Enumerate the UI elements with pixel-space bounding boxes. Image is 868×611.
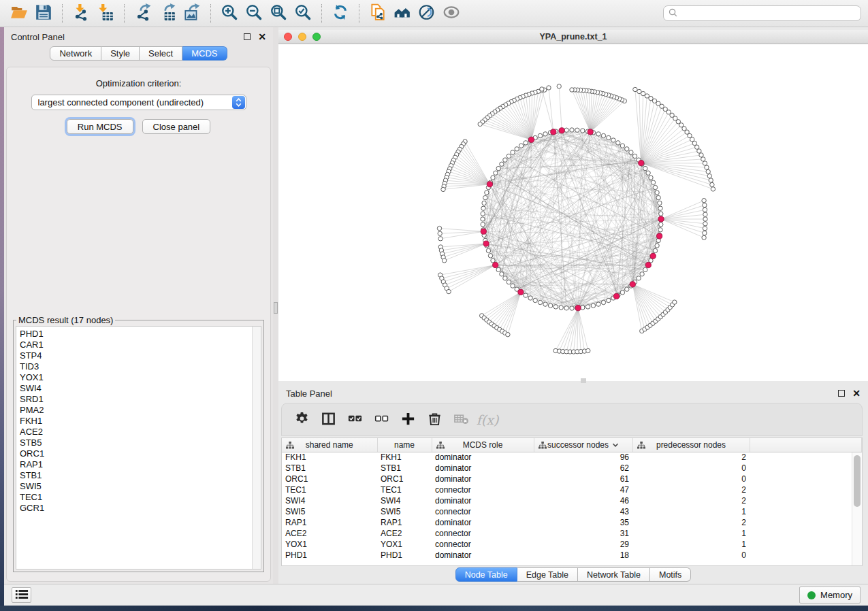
mcds-result-item[interactable]: TEC1: [20, 492, 261, 503]
mcds-result-list[interactable]: PHD1CAR1STP4TID3YOX1SWI4SRD1PMA2FKH1ACE2…: [16, 326, 261, 569]
run-mcds-button[interactable]: Run MCDS: [67, 119, 133, 134]
import-network-button[interactable]: [69, 3, 93, 24]
table-tab-motifs[interactable]: Motifs: [650, 567, 691, 582]
sort-desc-icon[interactable]: [612, 440, 619, 450]
float-table-panel-icon[interactable]: [838, 390, 845, 397]
table-row[interactable]: YOX1YOX1connector291: [282, 539, 862, 550]
table-cell: connector: [432, 484, 534, 495]
table-tab-network-table[interactable]: Network Table: [578, 567, 650, 582]
export-table-button[interactable]: [155, 3, 180, 24]
close-table-panel-icon[interactable]: ✕: [852, 389, 861, 398]
save-session-button[interactable]: [31, 3, 56, 24]
mcds-result-item[interactable]: RAP1: [20, 459, 261, 470]
mcds-result-item[interactable]: SRD1: [20, 394, 261, 405]
mcds-result-item[interactable]: SWI4: [20, 383, 261, 394]
control-panel-header: Control Panel ✕: [4, 27, 273, 46]
mcds-result-item[interactable]: ORC1: [20, 448, 261, 459]
criterion-dropdown[interactable]: largest connected component (undirected): [31, 95, 246, 110]
table-cell: YOX1: [377, 539, 432, 550]
table-settings-button[interactable]: [293, 410, 310, 430]
table-row[interactable]: ORC1ORC1dominator610: [282, 474, 862, 484]
zoom-in-button[interactable]: [217, 3, 242, 24]
vertical-splitter[interactable]: [273, 27, 278, 584]
save-session-icon: [35, 3, 52, 23]
column-header-successor-nodes[interactable]: successor nodes: [534, 438, 632, 452]
status-menu-button[interactable]: [12, 587, 31, 603]
mcds-result-item[interactable]: CAR1: [20, 340, 261, 350]
table-cell: 31: [534, 528, 632, 539]
mcds-hub-node: [650, 253, 656, 259]
delete-column-button[interactable]: [426, 410, 443, 430]
mcds-list-scrollbar[interactable]: [252, 327, 261, 569]
mcds-result-item[interactable]: FKH1: [20, 416, 261, 427]
search-input[interactable]: [681, 9, 856, 18]
table-row[interactable]: FKH1FKH1dominator962: [282, 452, 862, 463]
close-panel-button[interactable]: Close panel: [142, 119, 211, 134]
table-cell: connector: [432, 506, 534, 517]
column-header-shared-name[interactable]: shared name: [282, 438, 377, 452]
table-panel: Table Panel ✕ f(x) shared namenameMCDS r…: [278, 384, 868, 584]
table-row[interactable]: ACE2ACE2connector311: [282, 528, 862, 539]
first-neighbors-button[interactable]: [390, 3, 415, 24]
zoom-fit-button[interactable]: [266, 3, 291, 24]
table-cell: [750, 463, 862, 474]
mcds-result-item[interactable]: STP4: [20, 350, 261, 361]
horizontal-splitter-handle[interactable]: [581, 378, 586, 383]
refresh-view-icon: [332, 3, 349, 23]
mcds-result-item[interactable]: STB5: [20, 437, 261, 448]
network-view[interactable]: [278, 44, 868, 381]
mcds-result-item[interactable]: GCR1: [20, 503, 261, 514]
table-cell: ORC1: [282, 474, 377, 484]
mcds-result-item[interactable]: TID3: [20, 361, 261, 372]
select-all-button[interactable]: [347, 410, 363, 430]
export-network-button[interactable]: [131, 3, 155, 24]
show-all-button[interactable]: [439, 3, 464, 24]
column-header-MCDS-role[interactable]: MCDS role: [432, 438, 534, 452]
mcds-result-item[interactable]: PMA2: [20, 405, 261, 416]
tab-select[interactable]: Select: [140, 46, 182, 61]
show-columns-button[interactable]: [320, 410, 336, 430]
table-tab-edge-table[interactable]: Edge Table: [517, 567, 578, 582]
column-header-empty: [750, 438, 862, 452]
zoom-selected-button[interactable]: [291, 3, 315, 24]
tab-mcds[interactable]: MCDS: [182, 46, 227, 61]
zoom-out-button[interactable]: [242, 3, 266, 24]
table-row[interactable]: SWI4SWI4dominator462: [282, 495, 862, 506]
column-header-predecessor-nodes[interactable]: predecessor nodes: [632, 438, 750, 452]
search-box[interactable]: [663, 5, 861, 21]
add-column-button[interactable]: [400, 410, 416, 430]
column-header-name[interactable]: name: [377, 438, 432, 452]
table-row[interactable]: TEC1TEC1connector472: [282, 484, 862, 495]
table-row[interactable]: PHD1PHD1dominator180: [282, 550, 862, 561]
splitter-handle[interactable]: [274, 302, 278, 314]
table-row[interactable]: SWI5SWI5connector431: [282, 506, 862, 517]
float-panel-icon[interactable]: [244, 33, 251, 40]
control-panel-tabs: NetworkStyleSelectMCDS: [4, 46, 273, 61]
mcds-result-item[interactable]: SWI5: [20, 481, 261, 492]
table-row[interactable]: RAP1RAP1dominator352: [282, 517, 862, 528]
table-scrollbar-thumb[interactable]: [854, 455, 861, 507]
table-row[interactable]: STB1STB1dominator620: [282, 463, 862, 474]
refresh-view-button[interactable]: [328, 3, 353, 24]
clone-network-button[interactable]: [366, 3, 390, 24]
mcds-hub-node: [551, 129, 556, 135]
mcds-result-item[interactable]: STB1: [20, 470, 261, 481]
table-tab-node-table[interactable]: Node Table: [455, 567, 517, 582]
mcds-result-item[interactable]: ACE2: [20, 427, 261, 437]
open-session-button[interactable]: [7, 3, 31, 24]
table-scrollbar[interactable]: [852, 452, 862, 565]
table-toolbar: f(x): [281, 403, 863, 436]
hide-selected-button[interactable]: [415, 3, 439, 24]
zoom-out-icon: [245, 3, 263, 23]
export-image-button[interactable]: [180, 3, 204, 24]
close-panel-icon[interactable]: ✕: [258, 32, 266, 42]
unselect-all-button[interactable]: [373, 410, 389, 430]
memory-button[interactable]: Memory: [799, 587, 861, 604]
mcds-result-item[interactable]: PHD1: [20, 329, 261, 340]
mcds-result-item[interactable]: YOX1: [20, 372, 261, 383]
node-table[interactable]: shared namenameMCDS rolesuccessor nodesp…: [282, 438, 862, 561]
tab-network[interactable]: Network: [50, 46, 101, 61]
table-cell: RAP1: [377, 517, 432, 528]
import-table-button[interactable]: [93, 3, 118, 24]
tab-style[interactable]: Style: [101, 46, 140, 61]
